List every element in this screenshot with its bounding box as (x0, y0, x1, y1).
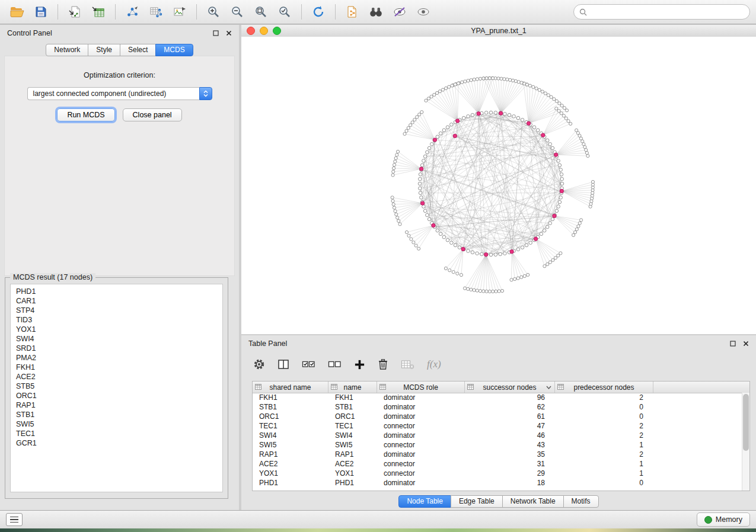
new-network-button[interactable] (121, 2, 143, 21)
tab-mcds[interactable]: MCDS (155, 44, 193, 56)
tab-motifs[interactable]: Motifs (563, 495, 599, 508)
table-row[interactable]: ACE2ACE2connector311 (253, 459, 742, 469)
mcds-result-item[interactable]: SWI4 (11, 334, 222, 344)
zoom-out-icon (231, 5, 244, 18)
zoom-out-button[interactable] (226, 2, 248, 21)
analyzer-button[interactable] (388, 2, 411, 21)
table-row[interactable]: SWI5SWI5connector431 (253, 440, 742, 450)
dropdown-stepper[interactable] (199, 87, 212, 100)
network-from-table-button[interactable] (145, 2, 167, 21)
sort-grid-icon (557, 384, 564, 390)
mcds-result-item[interactable]: SWI5 (11, 419, 222, 429)
search-network-button[interactable] (365, 2, 387, 21)
search-icon (579, 8, 587, 16)
maximize-window-icon[interactable] (273, 27, 281, 35)
show-columns-button[interactable] (277, 359, 289, 370)
column-header-shared-name[interactable]: shared name (253, 382, 328, 393)
columns-icon (277, 359, 289, 370)
run-mcds-button[interactable]: Run MCDS (57, 108, 114, 121)
table-row[interactable]: ORC1ORC1dominator610 (253, 412, 742, 421)
table-cell: dominator (377, 431, 465, 440)
import-table-button[interactable] (87, 2, 110, 21)
column-header-name[interactable]: name (328, 382, 377, 393)
create-column-button[interactable] (354, 359, 365, 370)
search-box[interactable] (573, 4, 750, 20)
network-window-titlebar[interactable]: YPA_prune.txt_1 (241, 25, 756, 37)
float-panel-icon[interactable] (730, 341, 736, 347)
chevron-up-down-icon (203, 89, 209, 98)
show-hide-button[interactable] (412, 2, 435, 21)
mcds-result-item[interactable]: RAP1 (11, 400, 222, 410)
refresh-view-button[interactable] (307, 2, 330, 21)
select-all-button[interactable] (302, 360, 315, 369)
close-panel-icon[interactable] (743, 341, 749, 347)
tab-edge-table[interactable]: Edge Table (451, 495, 503, 508)
table-row[interactable]: RAP1RAP1dominator352 (253, 450, 742, 459)
close-window-icon[interactable] (247, 27, 255, 35)
deselect-all-button[interactable] (328, 360, 342, 369)
table-cell: ORC1 (253, 412, 328, 421)
table-row[interactable]: STB1STB1dominator620 (253, 402, 742, 412)
column-header-successor-nodes[interactable]: successor nodes (465, 382, 555, 393)
scrollbar-thumb[interactable] (743, 394, 749, 451)
desktop-background-strip (0, 528, 756, 532)
table-cell: connector (377, 460, 465, 468)
mcds-result-item[interactable]: PMA2 (11, 353, 222, 363)
table-row[interactable]: SWI4SWI4dominator462 (253, 431, 742, 440)
zoom-in-button[interactable] (202, 2, 225, 21)
table-row[interactable]: FKH1FKH1dominator962 (253, 393, 742, 402)
open-folder-button[interactable] (6, 2, 28, 21)
mcds-result-item[interactable]: TEC1 (11, 429, 222, 438)
tab-select[interactable]: Select (120, 44, 156, 56)
export-image-button[interactable] (168, 2, 191, 21)
share-document-button[interactable] (341, 2, 363, 21)
network-canvas[interactable] (241, 37, 756, 334)
table-row[interactable]: YOX1YOX1connector291 (253, 469, 742, 478)
delete-column-button[interactable] (378, 358, 388, 370)
mcds-result-item[interactable]: STB5 (11, 382, 222, 391)
mcds-result-item[interactable]: YOX1 (11, 325, 222, 334)
mcds-result-item[interactable]: STB1 (11, 410, 222, 419)
optimization-criterion-dropdown[interactable]: largest connected component (undirected) (27, 87, 212, 100)
zoom-selected-button[interactable] (273, 2, 296, 21)
share-document-icon (346, 6, 358, 18)
column-header-predecessor-nodes[interactable]: predecessor nodes (555, 382, 653, 393)
table-row[interactable]: TEC1TEC1connector472 (253, 421, 742, 431)
main-toolbar (0, 0, 756, 24)
zoom-fit-button[interactable] (250, 2, 272, 21)
memory-button[interactable]: Memory (697, 512, 750, 527)
mcds-result-item[interactable]: GCR1 (11, 438, 222, 448)
close-panel-icon[interactable] (226, 30, 232, 36)
table-panel-header: Table Panel (241, 335, 756, 352)
import-network-from-file-button[interactable] (63, 2, 86, 21)
table-cell: dominator (377, 393, 465, 402)
sort-grid-icon (379, 384, 386, 390)
mcds-result-item[interactable]: CAR1 (11, 296, 222, 306)
search-input[interactable] (591, 7, 744, 17)
mcds-result-item[interactable]: ACE2 (11, 372, 222, 382)
column-header-mcds-role[interactable]: MCDS role (377, 382, 465, 393)
mcds-result-item[interactable]: PHD1 (11, 287, 222, 296)
mcds-result-item[interactable]: SRD1 (11, 344, 222, 353)
mcds-result-item[interactable]: STP4 (11, 306, 222, 315)
close-panel-button[interactable]: Close panel (123, 108, 182, 121)
minimize-window-icon[interactable] (260, 27, 268, 35)
tab-network-table[interactable]: Network Table (502, 495, 564, 508)
table-scrollbar[interactable] (742, 393, 749, 491)
status-menu-button[interactable] (6, 513, 23, 526)
tab-node-table[interactable]: Node Table (398, 495, 451, 508)
save-button[interactable] (30, 2, 52, 21)
table-settings-button[interactable] (253, 358, 265, 370)
mcds-result-item[interactable]: FKH1 (11, 363, 222, 372)
mcds-result-item[interactable]: ORC1 (11, 391, 222, 400)
table-cell: 47 (465, 422, 555, 430)
tab-network[interactable]: Network (46, 44, 88, 56)
table-panel-tabs: Node Table Edge Table Network Table Moti… (241, 495, 756, 508)
table-cell: ORC1 (328, 412, 377, 421)
mcds-result-item[interactable]: TID3 (11, 315, 222, 325)
table-row[interactable]: PHD1PHD1dominator180 (253, 478, 742, 488)
tab-style[interactable]: Style (88, 44, 120, 56)
table-cell: FKH1 (328, 393, 377, 402)
float-panel-icon[interactable] (213, 30, 219, 36)
sort-grid-icon (467, 384, 474, 390)
